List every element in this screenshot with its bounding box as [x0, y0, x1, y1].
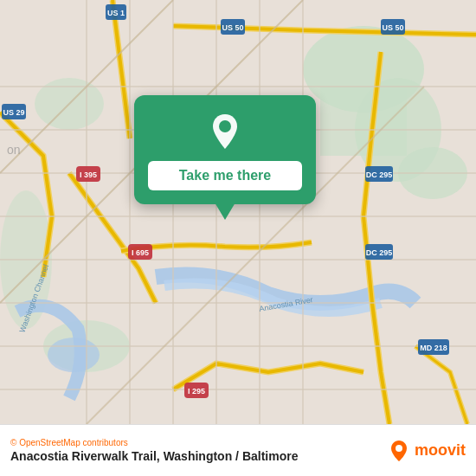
popup-card: Take me there — [134, 95, 316, 204]
svg-text:US 29: US 29 — [3, 108, 24, 117]
svg-text:US 1: US 1 — [107, 9, 125, 17]
bottom-bar: © OpenStreetMap contributors Anacostia R… — [0, 424, 476, 476]
moovit-label: moovit — [415, 441, 466, 460]
svg-point-50 — [396, 445, 402, 452]
svg-text:I 295: I 295 — [188, 387, 205, 396]
location-title: Anacostia Riverwalk Trail, Washington / … — [10, 449, 298, 463]
svg-rect-3 — [320, 87, 407, 156]
map-container: US 1 US 50 US 50 US 29 I 395 I 695 DC 29… — [0, 0, 476, 424]
svg-text:US 50: US 50 — [222, 23, 243, 32]
attribution-text: © OpenStreetMap contributors — [10, 438, 298, 447]
svg-text:on: on — [7, 143, 21, 157]
svg-text:DC 295: DC 295 — [366, 170, 393, 179]
svg-point-49 — [219, 120, 231, 132]
svg-text:I 395: I 395 — [80, 170, 97, 179]
moovit-pin-icon — [387, 439, 411, 463]
map-pin-icon — [204, 111, 246, 152]
svg-point-8 — [48, 338, 100, 372]
svg-text:I 695: I 695 — [132, 248, 149, 257]
bottom-left-info: © OpenStreetMap contributors Anacostia R… — [10, 438, 298, 463]
moovit-logo: moovit — [387, 439, 466, 463]
take-me-there-button[interactable]: Take me there — [148, 161, 302, 190]
svg-text:US 50: US 50 — [382, 23, 403, 32]
svg-text:MD 218: MD 218 — [420, 344, 447, 352]
map-svg: US 1 US 50 US 50 US 29 I 395 I 695 DC 29… — [0, 0, 476, 424]
svg-text:DC 295: DC 295 — [366, 248, 393, 257]
